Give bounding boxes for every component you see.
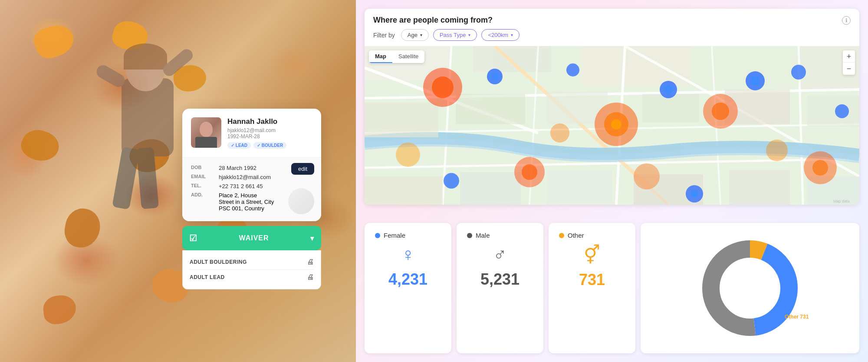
stat-card-female: Female ♀ 4,231 [365,223,451,353]
tel-key: TEL. [191,183,217,189]
svg-point-51 [791,65,806,80]
male-value: 5,231 [467,270,533,289]
male-label-row: Male [467,232,533,239]
female-label: Female [384,232,405,239]
other-dot [559,233,564,238]
map-svg: ⌂ Map data [365,46,859,205]
print-icon-2[interactable]: 🖨 [307,273,314,281]
filter-pass-type-button[interactable]: Pass Type ▾ [433,29,477,41]
waiver-item-1: ADULT BOULDERING 🖨 [190,255,314,270]
svg-point-54 [634,163,660,189]
profile-name: Hannah Jakllo [227,117,312,126]
filter-distance-chevron: ▾ [511,33,513,37]
svg-point-43 [664,85,673,94]
donut-chart-section: Other 731 [641,223,859,353]
stat-card-other: Other ⚥ 731 [549,223,635,353]
waiver-section: ☑ WAIVER ▾ ADULT BOULDERING 🖨 ADULT LEAD… [182,226,321,289]
print-icon-1[interactable]: 🖨 [307,258,314,266]
zoom-out-button[interactable]: − [843,63,855,75]
filter-age-chevron: ▾ [420,33,422,37]
svg-rect-2 [473,46,551,72]
profile-info: Hannah Jakllo hjakklo12@mail.com 1992-MA… [227,117,312,149]
edit-button[interactable]: edit [291,163,314,175]
waiver-item-2: ADULT LEAD 🖨 [190,270,314,285]
filter-age-button[interactable]: Age ▾ [401,29,429,41]
svg-point-33 [611,119,621,130]
tab-satellite[interactable]: Satellite [392,50,424,63]
detail-tel: TEL. +22 731 2 661 45 [191,183,312,189]
zoom-in-button[interactable]: + [843,50,855,63]
svg-rect-24 [460,172,521,205]
svg-point-39 [812,160,828,176]
female-icon: ♀ [375,244,441,265]
map-zoom-controls: + − [843,50,855,75]
filter-distance-button[interactable]: <200km ▾ [481,29,519,41]
waiver-button[interactable]: ☑ WAIVER ▾ [182,226,321,250]
profile-decorative-circle [288,188,314,214]
waiver-items: ADULT BOULDERING 🖨 ADULT LEAD 🖨 [182,250,321,289]
svg-rect-20 [642,94,699,122]
profile-email-header: hjakklo12@mail.com [227,127,312,133]
other-label-row: Other [559,232,625,239]
svg-point-46 [750,76,760,86]
filter-age-label: Age [408,32,418,38]
other-label: Other [568,232,584,239]
profile-header: Hannah Jakllo hjakklo12@mail.com 1992-MA… [182,109,321,157]
email-key: EMAIL [191,174,217,180]
info-icon[interactable]: ℹ [842,16,851,25]
svg-rect-18 [456,94,525,124]
svg-point-53 [550,123,569,143]
female-dot [375,233,380,238]
map-header: Where are people coming from? ℹ [365,9,859,29]
svg-point-35 [522,164,537,180]
svg-point-55 [766,139,788,161]
waiver-title: WAIVER [239,234,269,242]
right-panel: Where are people coming from? ℹ Filter b… [356,0,868,362]
map-title: Where are people coming from? [373,16,493,25]
map-tabs: Map Satellite [369,50,424,63]
svg-rect-17 [365,103,438,137]
filter-row: Filter by Age ▾ Pass Type ▾ <200km ▾ [365,29,859,46]
male-dot [467,233,472,238]
svg-point-41 [491,73,498,80]
detail-email: EMAIL hjakklo12@mail.com [191,174,312,180]
map-container[interactable]: ⌂ Map data Map Satellite + − [365,46,859,205]
other-icon: ⚥ [559,244,625,266]
svg-rect-25 [547,170,612,205]
email-value: hjakklo12@mail.com [219,174,312,180]
donut-chart-svg: Other 731 [689,232,811,345]
stat-card-male: Male ♂ 5,231 [457,223,543,353]
profile-dob-header: 1992-MAR-28 [227,133,312,139]
female-label-row: Female [375,232,441,239]
svg-text:Other 731: Other 731 [785,314,809,320]
profile-badges: ✓ LEAD ✓ BOULDER [227,142,312,149]
stats-row: Female ♀ 4,231 Male ♂ 5,231 Other ⚥ 731 [365,223,859,353]
map-section: Where are people coming from? ℹ Filter b… [365,9,859,205]
waiver-item-2-label: ADULT LEAD [190,274,225,280]
tab-map[interactable]: Map [369,50,392,63]
waiver-item-1-label: ADULT BOULDERING [190,259,247,265]
svg-rect-22 [807,96,859,126]
badge-lead: ✓ LEAD [227,142,251,149]
male-label: Male [476,232,490,239]
svg-text:Map data: Map data [833,199,850,203]
svg-rect-23 [365,176,443,205]
profile-card: Hannah Jakllo hjakklo12@mail.com 1992-MA… [182,109,321,221]
svg-point-37 [712,103,729,120]
svg-rect-27 [729,170,790,205]
waiver-check-icon: ☑ [189,233,197,243]
filter-distance-label: <200km [488,32,508,38]
svg-point-48 [444,173,459,189]
dob-key: DOB [191,165,217,171]
filter-pass-type-label: Pass Type [440,32,466,38]
male-icon: ♂ [467,244,533,265]
avatar-face [200,122,213,137]
svg-point-30 [432,76,454,98]
svg-point-50 [690,190,698,198]
other-value: 731 [559,271,625,289]
profile-details: edit DOB 28 March 1992 EMAIL hjakklo12@m… [182,157,321,221]
svg-point-44 [566,63,579,76]
filter-by-label: Filter by [373,32,395,39]
female-value: 4,231 [375,270,441,289]
avatar-body [195,137,217,148]
